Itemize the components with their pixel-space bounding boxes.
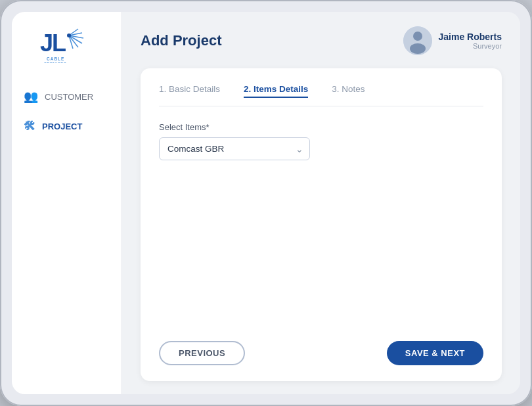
logo-area: J L CABLE SERVICES — [37, 24, 97, 63]
logo-icon: J L CABLE SERVICES — [37, 24, 97, 63]
main-card: 1. Basic Details 2. Items Details 3. Not… — [141, 68, 502, 381]
sidebar-label-customer: CUSTOMER — [45, 92, 93, 102]
save-next-button[interactable]: SAVE & NEXT — [387, 341, 483, 365]
header: Add Project Jaime Roberts Surveyor — [141, 26, 502, 55]
svg-point-12 — [413, 32, 422, 41]
svg-point-8 — [67, 34, 71, 37]
people-icon: 👥 — [24, 89, 38, 104]
user-profile: Jaime Roberts Surveyor — [403, 26, 502, 55]
project-icon: 🛠 — [24, 120, 35, 133]
sidebar-item-customer[interactable]: 👥 CUSTOMER — [12, 81, 122, 112]
tab-notes[interactable]: 3. Notes — [332, 84, 365, 98]
tablet-frame: J L CABLE SERVICES 👥 — [0, 0, 532, 406]
main-content: Add Project Jaime Roberts Surveyor — [122, 12, 520, 394]
previous-button[interactable]: PREVIOUS — [159, 341, 245, 365]
footer-buttons: PREVIOUS SAVE & NEXT — [159, 341, 483, 365]
user-role: Surveyor — [439, 42, 502, 50]
sidebar: J L CABLE SERVICES 👥 — [12, 12, 122, 394]
tab-items-details[interactable]: 2. Items Details — [244, 84, 308, 98]
svg-text:CABLE: CABLE — [47, 56, 64, 61]
tab-basic-details[interactable]: 1. Basic Details — [159, 84, 220, 98]
form-area: Select Items* Comcast GBR Option 2 Optio… — [159, 122, 483, 328]
tablet-inner: J L CABLE SERVICES 👥 — [12, 12, 520, 394]
select-items-wrapper: Comcast GBR Option 2 Option 3 ⌄ — [159, 137, 310, 160]
sidebar-item-project[interactable]: 🛠 PROJECT — [12, 112, 122, 141]
sidebar-label-project: PROJECT — [42, 122, 82, 131]
select-items-dropdown[interactable]: Comcast GBR Option 2 Option 3 — [159, 137, 310, 160]
user-info: Jaime Roberts Surveyor — [439, 32, 502, 50]
page-title: Add Project — [141, 32, 221, 49]
svg-text:L: L — [52, 30, 66, 56]
tab-bar: 1. Basic Details 2. Items Details 3. Not… — [159, 84, 483, 106]
user-name: Jaime Roberts — [439, 32, 502, 42]
avatar-image — [403, 26, 432, 55]
avatar — [403, 26, 432, 55]
svg-text:SERVICES: SERVICES — [44, 62, 66, 63]
svg-point-13 — [410, 43, 426, 54]
select-items-label: Select Items* — [159, 122, 483, 132]
